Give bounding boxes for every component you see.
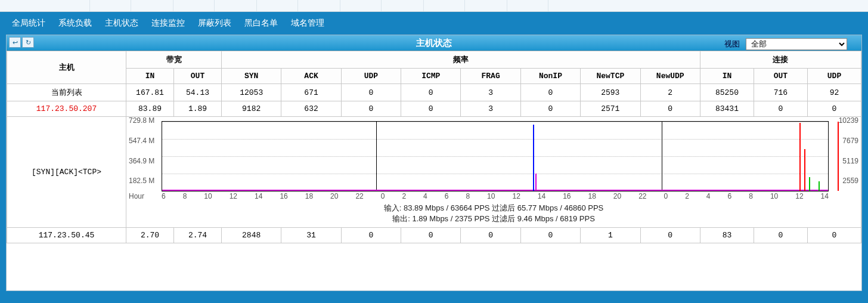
chart-host-label: [SYN][ACK]<TCP>	[7, 117, 126, 228]
x-tick: 6	[445, 192, 449, 200]
value-cell: 54.13	[174, 84, 222, 101]
value-cell: 83.89	[126, 101, 174, 117]
x-tick: 14	[255, 192, 262, 200]
value-cell: 0	[640, 101, 700, 117]
value-cell: 3	[461, 84, 520, 101]
io-in: 输入: 83.89 Mbps / 63664 PPS 过滤后 65.77 Mbp…	[129, 203, 858, 214]
value-cell: 0	[754, 101, 807, 117]
y-right-tick: 10239	[839, 116, 858, 125]
x-tick: 22	[638, 192, 646, 200]
value-cell: 0	[520, 101, 580, 117]
x-tick: 12	[512, 192, 520, 200]
x-tick: 18	[588, 192, 596, 200]
nav-item[interactable]: 连接监控	[151, 18, 185, 29]
y-left-tick: 729.8 M	[129, 116, 154, 125]
chart-plot-area	[162, 121, 829, 191]
y-left-tick: 547.4 M	[129, 137, 154, 145]
value-cell: 9182	[222, 101, 281, 117]
x-tick: 0	[381, 192, 385, 200]
th-cout: OUT	[754, 69, 807, 84]
value-cell: 83431	[700, 101, 754, 117]
th-newudp: NewUDP	[640, 69, 700, 84]
th-cudp: UDP	[807, 69, 861, 84]
x-tick: 16	[280, 192, 287, 200]
x-tick: 14	[538, 192, 545, 200]
x-tick: 20	[613, 192, 621, 200]
value-cell: 671	[281, 84, 341, 101]
value-cell: 0	[341, 84, 401, 101]
x-tick: 6	[728, 192, 732, 200]
refresh-icon[interactable]: ↻	[22, 37, 34, 48]
chart-row: [SYN][ACK]<TCP>182.5 M2559364.9 M5119547…	[7, 117, 861, 228]
x-tick: 10	[770, 192, 778, 200]
nav-item[interactable]: 黑白名单	[244, 18, 278, 29]
value-cell: 2571	[581, 101, 640, 117]
value-cell: 85250	[700, 84, 754, 101]
table-row[interactable]: 117.23.50.452.702.742848310000108300	[7, 228, 861, 243]
view-select[interactable]: 全部	[746, 38, 847, 50]
table-row[interactable]: 117.23.50.20783.891.89918263200302571083…	[7, 101, 861, 117]
value-cell: 1	[581, 228, 640, 243]
value-cell: 0	[401, 101, 461, 117]
back-icon[interactable]: ↩	[9, 37, 21, 48]
nav-item[interactable]: 主机状态	[105, 18, 138, 29]
value-cell: 2.70	[126, 228, 174, 243]
value-cell: 2.74	[174, 228, 222, 243]
value-cell: 0	[807, 101, 861, 117]
x-tick: 16	[563, 192, 571, 200]
value-cell: 12053	[222, 84, 281, 101]
x-tick: 10	[204, 192, 212, 200]
title-bar: ↩ ↻ 主机状态 视图 全部	[7, 35, 861, 51]
value-cell: 0	[520, 84, 580, 101]
x-tick: 4	[706, 192, 711, 200]
io-out: 输出: 1.89 Mbps / 2375 PPS 过滤后 9.46 Mbps /…	[129, 214, 858, 224]
th-ack: ACK	[281, 69, 341, 84]
y-right-tick: 7679	[842, 137, 858, 145]
th-cin: IN	[700, 69, 754, 84]
io-summary: 输入: 83.89 Mbps / 63664 PPS 过滤后 65.77 Mbp…	[129, 200, 858, 224]
th-udp: UDP	[341, 69, 401, 84]
table-row[interactable]: 当前列表167.8154.131205367100302593285250716…	[7, 84, 861, 101]
value-cell: 0	[401, 228, 461, 243]
th-nonip: NonIP	[520, 69, 580, 84]
y-right-tick: 5119	[842, 157, 858, 165]
value-cell: 0	[341, 228, 401, 243]
value-cell: 83	[700, 228, 754, 243]
x-tick: 2	[685, 192, 689, 200]
th-rate: 频率	[222, 51, 700, 69]
x-tick: 8	[183, 192, 187, 200]
value-cell: 2593	[581, 84, 640, 101]
th-bw: 带宽	[126, 51, 222, 69]
value-cell: 0	[341, 101, 401, 117]
x-tick: 8	[466, 192, 470, 200]
th-newtcp: NewTCP	[581, 69, 640, 84]
nav-item[interactable]: 域名管理	[291, 18, 324, 29]
value-cell: 31	[281, 228, 341, 243]
nav-item[interactable]: 系统负载	[58, 18, 92, 29]
y-right-tick: 2559	[842, 177, 858, 185]
value-cell: 0	[640, 228, 700, 243]
value-cell: 0	[461, 228, 520, 243]
value-cell: 92	[807, 84, 861, 101]
th-host: 主机	[7, 51, 126, 84]
host-cell: 当前列表	[7, 84, 126, 101]
th-syn: SYN	[222, 69, 281, 84]
chart-cell: 182.5 M2559364.9 M5119547.4 M7679729.8 M…	[126, 117, 861, 228]
th-conn: 连接	[700, 51, 861, 69]
value-cell: 632	[281, 101, 341, 117]
value-cell: 167.81	[126, 84, 174, 101]
x-tick: 12	[795, 192, 803, 200]
host-cell: 117.23.50.207	[7, 101, 126, 117]
value-cell: 0	[807, 228, 861, 243]
x-tick: 8	[749, 192, 753, 200]
x-tick: 22	[355, 192, 363, 200]
x-tick: 6	[162, 192, 166, 200]
nav-item[interactable]: 屏蔽列表	[198, 18, 231, 29]
host-cell: 117.23.50.45	[7, 228, 126, 243]
nav-item[interactable]: 全局统计	[12, 18, 45, 29]
x-tick: 18	[305, 192, 313, 200]
th-out: OUT	[174, 69, 222, 84]
view-label: 视图	[724, 39, 740, 48]
x-axis-label: Hour	[129, 192, 144, 200]
x-tick: 2	[402, 192, 406, 200]
